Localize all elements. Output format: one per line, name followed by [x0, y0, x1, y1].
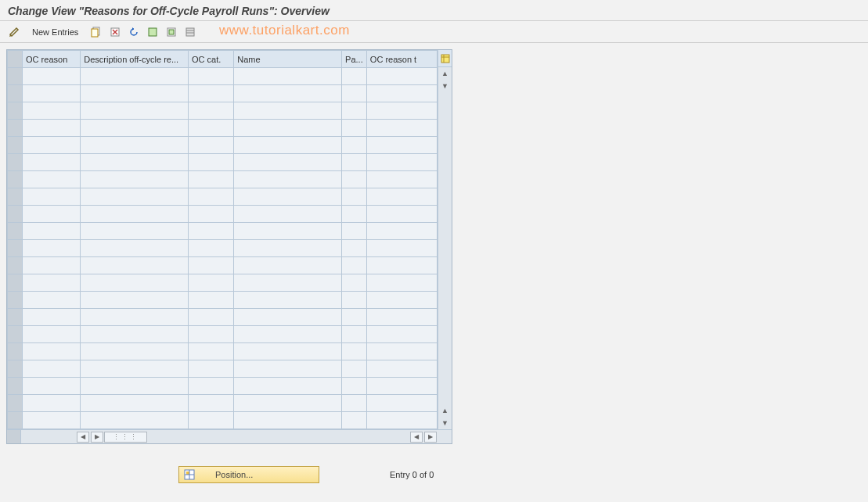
- scroll-down-step-icon[interactable]: ▼: [438, 80, 452, 92]
- cell-pa[interactable]: [342, 137, 367, 154]
- cell-description[interactable]: [81, 274, 189, 292]
- cell-pa[interactable]: [342, 360, 367, 378]
- row-selector[interactable]: [8, 188, 23, 206]
- row-selector[interactable]: [8, 223, 23, 240]
- table-row[interactable]: [8, 395, 438, 412]
- cell-oc-reason-t[interactable]: [366, 102, 437, 120]
- cell-oc-cat[interactable]: [189, 120, 234, 137]
- cell-oc-reason-t[interactable]: [366, 412, 437, 429]
- cell-description[interactable]: [81, 378, 189, 395]
- cell-description[interactable]: [81, 292, 189, 309]
- cell-oc-reason-t[interactable]: [366, 85, 437, 102]
- position-button[interactable]: Position...: [178, 466, 319, 483]
- table-row[interactable]: [8, 223, 438, 240]
- cell-oc-cat[interactable]: [189, 85, 234, 102]
- table-row[interactable]: [8, 137, 438, 154]
- vertical-scrollbar[interactable]: ▲ ▼ ▲ ▼: [438, 50, 452, 429]
- horizontal-scrollbar[interactable]: ◀ ▶ ⋮⋮⋮ ◀ ▶: [7, 429, 452, 443]
- cell-description[interactable]: [81, 326, 189, 343]
- row-selector[interactable]: [8, 68, 23, 85]
- cell-oc-reason[interactable]: [23, 240, 81, 257]
- cell-name[interactable]: [234, 395, 342, 412]
- row-selector[interactable]: [8, 292, 23, 309]
- col-header-oc-reason-t[interactable]: OC reason t: [366, 51, 437, 68]
- cell-oc-reason-t[interactable]: [366, 188, 437, 206]
- cell-oc-reason-t[interactable]: [366, 68, 437, 85]
- cell-pa[interactable]: [342, 102, 367, 120]
- cell-oc-cat[interactable]: [189, 154, 234, 171]
- cell-pa[interactable]: [342, 188, 367, 206]
- cell-pa[interactable]: [342, 154, 367, 171]
- cell-pa[interactable]: [342, 343, 367, 360]
- table-row[interactable]: [8, 360, 438, 378]
- copy-icon[interactable]: [88, 24, 104, 40]
- cell-oc-reason[interactable]: [23, 171, 81, 188]
- cell-name[interactable]: [234, 137, 342, 154]
- cell-name[interactable]: [234, 360, 342, 378]
- cell-description[interactable]: [81, 137, 189, 154]
- cell-name[interactable]: [234, 188, 342, 206]
- scroll-left-icon[interactable]: ◀: [77, 432, 89, 443]
- cell-oc-reason-t[interactable]: [366, 309, 437, 326]
- cell-oc-cat[interactable]: [189, 309, 234, 326]
- cell-pa[interactable]: [342, 68, 367, 85]
- scroll-left-step-icon[interactable]: ◀: [410, 432, 423, 443]
- cell-description[interactable]: [81, 343, 189, 360]
- row-selector[interactable]: [8, 257, 23, 274]
- table-row[interactable]: [8, 309, 438, 326]
- row-selector[interactable]: [8, 240, 23, 257]
- cell-name[interactable]: [234, 309, 342, 326]
- col-header-oc-reason[interactable]: OC reason: [23, 51, 81, 68]
- scroll-down-icon[interactable]: ▼: [438, 417, 452, 429]
- cell-description[interactable]: [81, 309, 189, 326]
- cell-name[interactable]: [234, 171, 342, 188]
- cell-oc-reason[interactable]: [23, 360, 81, 378]
- cell-description[interactable]: [81, 240, 189, 257]
- row-selector[interactable]: [8, 412, 23, 429]
- row-selector[interactable]: [8, 395, 23, 412]
- cell-oc-reason[interactable]: [23, 343, 81, 360]
- select-all-header[interactable]: [8, 51, 23, 68]
- cell-description[interactable]: [81, 412, 189, 429]
- cell-name[interactable]: [234, 240, 342, 257]
- table-row[interactable]: [8, 85, 438, 102]
- table-row[interactable]: [8, 171, 438, 188]
- cell-oc-cat[interactable]: [189, 274, 234, 292]
- cell-oc-reason[interactable]: [23, 309, 81, 326]
- cell-oc-reason-t[interactable]: [366, 360, 437, 378]
- cell-oc-cat[interactable]: [189, 378, 234, 395]
- cell-description[interactable]: [81, 206, 189, 223]
- cell-description[interactable]: [81, 171, 189, 188]
- cell-oc-reason-t[interactable]: [366, 378, 437, 395]
- table-row[interactable]: [8, 154, 438, 171]
- row-selector[interactable]: [8, 102, 23, 120]
- cell-oc-reason-t[interactable]: [366, 257, 437, 274]
- cell-oc-reason-t[interactable]: [366, 274, 437, 292]
- cell-name[interactable]: [234, 292, 342, 309]
- cell-name[interactable]: [234, 412, 342, 429]
- table-row[interactable]: [8, 274, 438, 292]
- cell-oc-reason-t[interactable]: [366, 223, 437, 240]
- cell-oc-cat[interactable]: [189, 412, 234, 429]
- cell-oc-reason-t[interactable]: [366, 120, 437, 137]
- cell-name[interactable]: [234, 257, 342, 274]
- cell-pa[interactable]: [342, 240, 367, 257]
- table-row[interactable]: [8, 102, 438, 120]
- cell-oc-reason[interactable]: [23, 292, 81, 309]
- cell-oc-reason[interactable]: [23, 412, 81, 429]
- cell-oc-reason-t[interactable]: [366, 326, 437, 343]
- row-selector[interactable]: [8, 326, 23, 343]
- cell-oc-reason[interactable]: [23, 188, 81, 206]
- cell-description[interactable]: [81, 188, 189, 206]
- cell-oc-cat[interactable]: [189, 343, 234, 360]
- cell-pa[interactable]: [342, 395, 367, 412]
- cell-pa[interactable]: [342, 292, 367, 309]
- cell-pa[interactable]: [342, 326, 367, 343]
- deselect-all-icon[interactable]: [182, 24, 198, 40]
- cell-name[interactable]: [234, 154, 342, 171]
- cell-description[interactable]: [81, 154, 189, 171]
- cell-description[interactable]: [81, 223, 189, 240]
- row-selector[interactable]: [8, 171, 23, 188]
- delete-icon[interactable]: [107, 24, 123, 40]
- cell-oc-reason[interactable]: [23, 378, 81, 395]
